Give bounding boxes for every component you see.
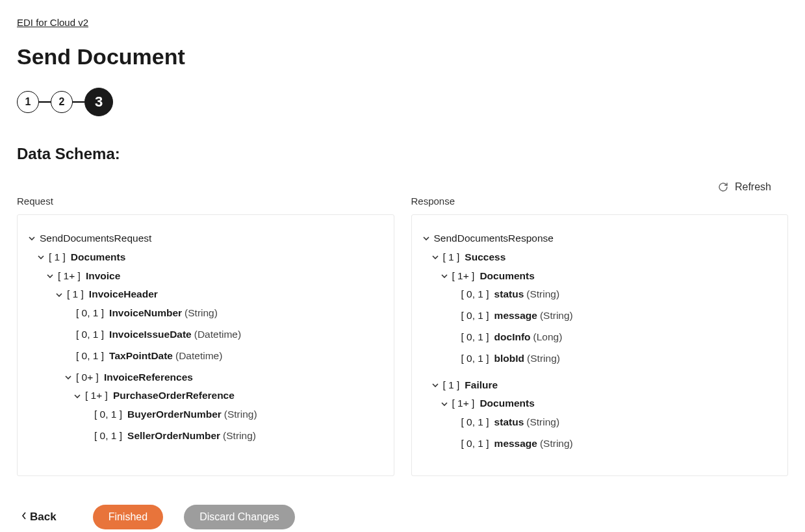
tree-node[interactable]: [ 1+ ] PurchaseOrderReference [72, 388, 385, 404]
node-name: Documents [479, 268, 534, 285]
cardinality: [ 0, 1 ] [94, 407, 122, 423]
node-type: (Datetime) [194, 327, 241, 343]
chevron-down-icon[interactable] [54, 290, 64, 300]
tree-node[interactable]: [ 1 ] Success [430, 249, 779, 266]
footer-actions: Back Finished Discard Changes [17, 505, 788, 529]
cardinality: [ 0+ ] [76, 370, 99, 386]
finished-button[interactable]: Finished [93, 505, 163, 529]
step-2[interactable]: 2 [51, 91, 73, 113]
chevron-left-icon [21, 511, 27, 524]
tree-node: [ 0, 1 ] docInfo (Long) [448, 329, 779, 346]
tree-node: [ 0, 1 ] status (String) [448, 286, 779, 303]
node-type: (Datetime) [175, 348, 222, 364]
cardinality: [ 1 ] [443, 377, 460, 394]
tree-node: [ 0, 1 ] TaxPointDate (Datetime) [63, 348, 385, 364]
section-title: Data Schema: [17, 145, 788, 163]
node-name: Invoice [86, 268, 120, 285]
chevron-down-icon[interactable] [430, 252, 441, 262]
request-schema-box: SendDocumentsRequest[ 1 ] Documents[ 1+ … [17, 214, 394, 476]
node-name: Success [465, 249, 505, 266]
tree-node[interactable]: SendDocumentsResponse [421, 231, 779, 247]
chevron-down-icon[interactable] [421, 233, 431, 244]
page-title: Send Document [17, 44, 788, 70]
breadcrumb-link[interactable]: EDI for Cloud v2 [17, 17, 88, 28]
stepper: 123 [17, 88, 788, 116]
discard-button[interactable]: Discard Changes [184, 505, 295, 529]
chevron-down-icon[interactable] [36, 252, 46, 262]
chevron-down-icon[interactable] [27, 233, 37, 244]
node-type: (String) [223, 428, 256, 444]
tree-node: [ 0, 1 ] message (String) [448, 436, 779, 452]
chevron-down-icon[interactable] [430, 380, 441, 390]
node-name: InvoiceIssueDate [109, 327, 192, 343]
tree-node: [ 0, 1 ] InvoiceIssueDate (Datetime) [63, 327, 385, 343]
node-name: SellerOrderNumber [127, 428, 220, 444]
node-name: status [494, 414, 524, 431]
step-connector [73, 101, 84, 103]
cardinality: [ 0, 1 ] [94, 428, 122, 444]
response-column: Response SendDocumentsResponse[ 1 ] Succ… [411, 196, 789, 476]
tree-node[interactable]: [ 1 ] InvoiceHeader [54, 286, 385, 303]
back-button[interactable]: Back [21, 511, 57, 524]
back-label: Back [30, 511, 57, 524]
node-type: (String) [526, 286, 559, 303]
node-name: InvoiceHeader [89, 286, 158, 303]
request-column: Request SendDocumentsRequest[ 1 ] Docume… [17, 196, 394, 476]
tree-node: [ 0, 1 ] status (String) [448, 414, 779, 431]
step-3[interactable]: 3 [84, 88, 113, 116]
tree-node[interactable]: [ 1+ ] Documents [439, 396, 779, 412]
chevron-down-icon[interactable] [72, 391, 83, 401]
refresh-icon [718, 182, 728, 192]
refresh-label: Refresh [735, 181, 771, 193]
cardinality: [ 0, 1 ] [76, 348, 104, 364]
node-name: SendDocumentsRequest [40, 231, 151, 247]
node-name: Failure [465, 377, 498, 394]
refresh-button[interactable]: Refresh [718, 181, 771, 193]
node-type: (String) [526, 414, 559, 431]
cardinality: [ 1+ ] [452, 396, 475, 412]
node-name: InvoiceNumber [109, 305, 182, 322]
node-name: BuyerOrderNumber [127, 407, 222, 423]
tree-node: [ 0, 1 ] InvoiceNumber (String) [63, 305, 385, 322]
tree-node: [ 0, 1 ] message (String) [448, 308, 779, 324]
cardinality: [ 1 ] [49, 249, 66, 266]
chevron-down-icon[interactable] [45, 271, 55, 281]
node-type: (String) [527, 351, 560, 367]
cardinality: [ 0, 1 ] [461, 414, 489, 431]
tree-node[interactable]: SendDocumentsRequest [27, 231, 385, 247]
cardinality: [ 0, 1 ] [76, 327, 104, 343]
step-1[interactable]: 1 [17, 91, 39, 113]
request-label: Request [17, 196, 394, 207]
cardinality: [ 0, 1 ] [461, 436, 489, 452]
tree-node[interactable]: [ 1+ ] Invoice [45, 268, 385, 285]
node-type: (String) [185, 305, 218, 322]
tree-node[interactable]: [ 1+ ] Documents [439, 268, 779, 285]
cardinality: [ 0, 1 ] [461, 351, 489, 367]
node-name: status [494, 286, 524, 303]
chevron-down-icon[interactable] [439, 271, 450, 281]
node-name: PurchaseOrderReference [113, 388, 235, 404]
chevron-down-icon[interactable] [63, 372, 73, 383]
cardinality: [ 0, 1 ] [76, 305, 104, 322]
step-connector [39, 101, 51, 103]
cardinality: [ 1+ ] [452, 268, 475, 285]
node-type: (String) [540, 436, 573, 452]
cardinality: [ 1 ] [67, 286, 84, 303]
node-type: (Long) [533, 329, 563, 346]
response-label: Response [411, 196, 789, 207]
node-type: (String) [224, 407, 257, 423]
tree-node: [ 0, 1 ] SellerOrderNumber (String) [81, 428, 385, 444]
node-name: message [494, 436, 537, 452]
cardinality: [ 1 ] [443, 249, 460, 266]
tree-node: [ 0, 1 ] blobId (String) [448, 351, 779, 367]
node-name: blobId [494, 351, 525, 367]
cardinality: [ 0, 1 ] [461, 329, 489, 346]
tree-node[interactable]: [ 1 ] Documents [36, 249, 385, 266]
chevron-down-icon[interactable] [439, 399, 450, 409]
tree-node[interactable]: [ 1 ] Failure [430, 377, 779, 394]
node-name: Documents [479, 396, 534, 412]
node-name: message [494, 308, 537, 324]
node-name: InvoiceReferences [104, 370, 193, 386]
node-name: TaxPointDate [109, 348, 173, 364]
tree-node[interactable]: [ 0+ ] InvoiceReferences [63, 370, 385, 386]
